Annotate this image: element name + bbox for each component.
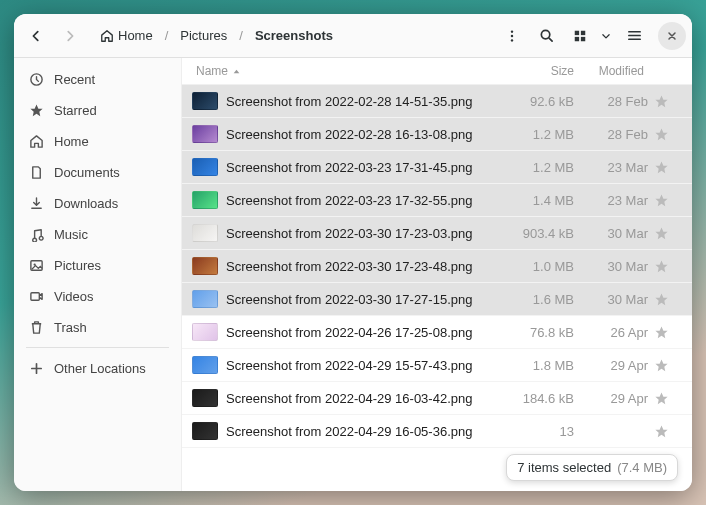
file-thumbnail [192,125,218,143]
file-row[interactable]: Screenshot from 2022-04-26 17-25-08.png7… [182,316,692,349]
star-icon [28,102,44,118]
sidebar-item-downloads[interactable]: Downloads [18,188,177,218]
file-modified: 26 Apr [574,325,654,340]
svg-point-0 [511,30,513,32]
file-thumbnail [192,323,218,341]
view-grid-button[interactable] [564,20,596,52]
file-row[interactable]: Screenshot from 2022-03-23 17-32-55.png1… [182,184,692,217]
file-size: 76.8 kB [494,325,574,340]
sidebar-item-trash[interactable]: Trash [18,312,177,342]
file-name: Screenshot from 2022-04-29 16-05-36.png [226,424,494,439]
file-name: Screenshot from 2022-03-30 17-23-48.png [226,259,494,274]
file-modified: 30 Mar [574,292,654,307]
breadcrumb-separator: / [165,28,169,43]
file-modified: 28 Feb [574,94,654,109]
file-row[interactable]: Screenshot from 2022-02-28 16-13-08.png1… [182,118,692,151]
star-button[interactable] [654,226,678,241]
header-right-controls [496,20,686,52]
svg-rect-8 [581,36,585,40]
file-thumbnail [192,356,218,374]
file-name: Screenshot from 2022-03-30 17-27-15.png [226,292,494,307]
sidebar-item-label: Recent [54,72,95,87]
file-row[interactable]: Screenshot from 2022-04-29 16-05-36.png1… [182,415,692,448]
breadcrumb-pictures-label: Pictures [180,28,227,43]
svg-rect-6 [581,30,585,34]
selection-status: 7 items selected (7.4 MB) [506,454,678,481]
star-button[interactable] [654,160,678,175]
sidebar-item-recent[interactable]: Recent [18,64,177,94]
breadcrumb: Home / Pictures / Screenshots [88,24,494,47]
star-button[interactable] [654,127,678,142]
file-name: Screenshot from 2022-03-23 17-31-45.png [226,160,494,175]
star-button[interactable] [654,193,678,208]
sort-asc-icon [232,67,241,76]
videos-icon [28,288,44,304]
location-options-button[interactable] [496,20,528,52]
file-name: Screenshot from 2022-04-26 17-25-08.png [226,325,494,340]
forward-button[interactable] [54,20,86,52]
file-thumbnail [192,92,218,110]
column-header-size[interactable]: Size [494,64,574,78]
file-row[interactable]: Screenshot from 2022-03-30 17-23-48.png1… [182,250,692,283]
file-row[interactable]: Screenshot from 2022-02-28 14-51-35.png9… [182,85,692,118]
file-thumbnail [192,191,218,209]
file-row[interactable]: Screenshot from 2022-03-30 17-27-15.png1… [182,283,692,316]
sidebar-item-videos[interactable]: Videos [18,281,177,311]
star-button[interactable] [654,424,678,439]
sidebar-item-label: Other Locations [54,361,146,376]
sidebar-separator [26,347,169,348]
sidebar-item-documents[interactable]: Documents [18,157,177,187]
file-size: 13 [494,424,574,439]
breadcrumb-screenshots-label: Screenshots [255,28,333,43]
file-thumbnail [192,158,218,176]
documents-icon [28,164,44,180]
breadcrumb-separator: / [239,28,243,43]
star-button[interactable] [654,325,678,340]
header-bar: Home / Pictures / Screenshots [14,14,692,58]
file-name: Screenshot from 2022-04-29 16-03-42.png [226,391,494,406]
column-header-name[interactable]: Name [196,64,494,78]
sidebar-item-music[interactable]: Music [18,219,177,249]
file-row[interactable]: Screenshot from 2022-04-29 15-57-43.png1… [182,349,692,382]
star-button[interactable] [654,292,678,307]
svg-point-3 [541,30,549,38]
sidebar-item-label: Music [54,227,88,242]
view-dropdown-button[interactable] [596,20,616,52]
file-list-body[interactable]: Screenshot from 2022-02-28 14-51-35.png9… [182,85,692,491]
star-button[interactable] [654,259,678,274]
sidebar-item-starred[interactable]: Starred [18,95,177,125]
sidebar-item-other-locations[interactable]: Other Locations [18,353,177,383]
close-button[interactable] [658,22,686,50]
file-thumbnail [192,290,218,308]
sidebar-item-label: Downloads [54,196,118,211]
file-row[interactable]: Screenshot from 2022-03-30 17-23-03.png9… [182,217,692,250]
file-row[interactable]: Screenshot from 2022-04-29 16-03-42.png1… [182,382,692,415]
back-button[interactable] [20,20,52,52]
breadcrumb-home[interactable]: Home [94,24,159,47]
file-modified: 30 Mar [574,259,654,274]
file-size: 1.0 MB [494,259,574,274]
file-modified: 30 Mar [574,226,654,241]
breadcrumb-pictures[interactable]: Pictures [174,24,233,47]
file-row[interactable]: Screenshot from 2022-03-23 17-31-45.png1… [182,151,692,184]
sidebar-item-home[interactable]: Home [18,126,177,156]
file-size: 903.4 kB [494,226,574,241]
trash-icon [28,319,44,335]
column-header-modified[interactable]: Modified [574,64,654,78]
hamburger-menu-button[interactable] [618,20,650,52]
sidebar-item-label: Documents [54,165,120,180]
breadcrumb-screenshots[interactable]: Screenshots [249,24,339,47]
star-button[interactable] [654,94,678,109]
star-button[interactable] [654,358,678,373]
breadcrumb-home-label: Home [118,28,153,43]
svg-rect-5 [575,30,579,34]
window-body: Recent Starred Home Documents Downloads … [14,58,692,491]
svg-point-1 [511,34,513,36]
star-button[interactable] [654,391,678,406]
file-manager-window: Home / Pictures / Screenshots [14,14,692,491]
column-headers: Name Size Modified [182,58,692,85]
file-thumbnail [192,257,218,275]
selection-status-text: 7 items selected [517,460,611,475]
sidebar-item-pictures[interactable]: Pictures [18,250,177,280]
search-button[interactable] [530,20,562,52]
